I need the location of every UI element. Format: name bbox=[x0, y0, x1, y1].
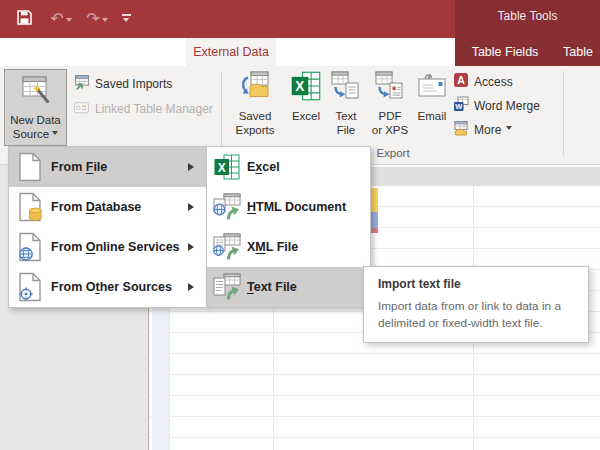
group-separator bbox=[221, 71, 222, 156]
group-separator bbox=[563, 71, 564, 156]
access-export-button[interactable]: A Access bbox=[453, 71, 513, 92]
menu-item-from-online-services[interactable]: From Online Services bbox=[9, 227, 206, 267]
tab-external-data-label: External Data bbox=[193, 45, 269, 59]
from-file-submenu: X Excel HTML Document bbox=[206, 146, 371, 308]
menu-item-from-database[interactable]: From Database bbox=[9, 187, 206, 227]
svg-text:X: X bbox=[295, 79, 305, 94]
tab-database-tools[interactable]: Database Tools bbox=[291, 38, 392, 66]
undo-chevron-icon bbox=[66, 18, 72, 25]
pdf-xps-icon bbox=[374, 70, 406, 106]
submenu-arrow-icon bbox=[188, 203, 198, 211]
email-icon bbox=[416, 70, 448, 106]
saved-imports-button[interactable]: Saved Imports bbox=[73, 73, 172, 94]
tab-table[interactable]: Table bbox=[556, 38, 600, 66]
online-services-page-icon bbox=[9, 232, 51, 262]
email-label: Email bbox=[418, 109, 447, 123]
tab-table-label: Table bbox=[563, 45, 593, 59]
ribbon-tab-row: File Home Create External Data Database … bbox=[0, 38, 600, 66]
word-merge-label: Word Merge bbox=[474, 99, 540, 113]
linked-table-manager-button: Linked Table Manager bbox=[73, 98, 213, 119]
submenu-arrow-icon bbox=[188, 243, 198, 251]
menu-item-from-file[interactable]: From File bbox=[9, 147, 206, 187]
menu-item-from-other-sources[interactable]: From Other Sources bbox=[9, 267, 206, 307]
excel-label: Excel bbox=[292, 109, 320, 123]
new-data-source-menu: From File From Database bbox=[8, 146, 207, 308]
save-button[interactable] bbox=[13, 6, 35, 32]
text-file-export-icon bbox=[330, 70, 362, 106]
submenu-item-xml-file[interactable]: XML File bbox=[207, 227, 370, 267]
tab-create[interactable]: Create bbox=[133, 38, 183, 66]
customize-quick-access-icon bbox=[122, 14, 131, 25]
tab-help[interactable]: Help bbox=[408, 38, 452, 66]
new-data-source-button[interactable]: New Data Source bbox=[4, 69, 67, 146]
linked-table-manager-label: Linked Table Manager bbox=[95, 102, 213, 116]
tab-table-fields[interactable]: Table Fields bbox=[459, 38, 551, 66]
menu-item-label: From Online Services bbox=[51, 240, 180, 254]
new-data-source-label-1: New Data bbox=[10, 114, 61, 126]
redo-button[interactable]: ↷ bbox=[82, 6, 112, 32]
saved-exports-label-2: Exports bbox=[236, 123, 275, 137]
new-data-source-label-2: Source bbox=[13, 128, 49, 140]
chevron-down-icon bbox=[52, 131, 58, 138]
tab-external-data[interactable]: External Data bbox=[186, 38, 276, 66]
access-window: Table Tools ↶ ↷ File Home bbox=[0, 0, 600, 450]
linked-table-manager-icon bbox=[73, 99, 90, 119]
tab-file-label: File bbox=[21, 45, 41, 59]
submenu-item-text-file[interactable]: Text File bbox=[207, 267, 370, 307]
text-file-label-2: File bbox=[335, 123, 356, 137]
save-icon bbox=[16, 9, 33, 30]
excel-icon: X bbox=[207, 153, 247, 181]
export-group-label: Export bbox=[363, 147, 423, 159]
svg-text:W: W bbox=[455, 102, 463, 111]
tooltip-title: Import text file bbox=[378, 277, 574, 291]
undo-button[interactable]: ↶ bbox=[46, 6, 76, 32]
submenu-item-label: XML File bbox=[247, 240, 298, 254]
tooltip: Import text file Import data from or lin… bbox=[363, 266, 589, 343]
submenu-arrow-icon bbox=[188, 283, 198, 291]
text-file-icon bbox=[207, 272, 247, 302]
database-page-icon bbox=[9, 192, 51, 222]
access-label: Access bbox=[474, 75, 513, 89]
access-icon: A bbox=[453, 72, 469, 91]
tab-file[interactable]: File bbox=[12, 38, 50, 66]
word-merge-icon: W bbox=[453, 96, 469, 115]
new-data-source-icon bbox=[20, 74, 52, 110]
customize-quick-access-button[interactable] bbox=[117, 6, 135, 32]
tab-help-label: Help bbox=[417, 45, 443, 59]
excel-icon: X bbox=[290, 70, 322, 106]
more-label: More bbox=[474, 123, 501, 137]
pdf-label-2: or XPS bbox=[372, 123, 408, 137]
text-file-label-1: Text bbox=[335, 109, 356, 123]
more-icon bbox=[453, 120, 469, 139]
tab-table-fields-label: Table Fields bbox=[472, 45, 539, 59]
submenu-item-label: Text File bbox=[247, 280, 297, 294]
menu-item-label: From Other Sources bbox=[51, 280, 172, 294]
xml-file-icon bbox=[207, 232, 247, 262]
other-sources-page-icon bbox=[9, 272, 51, 302]
chevron-down-icon bbox=[506, 126, 512, 133]
submenu-item-label: Excel bbox=[247, 160, 280, 174]
submenu-item-html-document[interactable]: HTML Document bbox=[207, 187, 370, 227]
saved-imports-icon bbox=[73, 74, 90, 94]
word-merge-button[interactable]: W Word Merge bbox=[453, 95, 540, 116]
pdf-label-1: PDF bbox=[372, 109, 408, 123]
submenu-item-excel[interactable]: X Excel bbox=[207, 147, 370, 187]
saved-exports-label-1: Saved bbox=[236, 109, 275, 123]
more-button[interactable]: More bbox=[453, 119, 512, 140]
saved-imports-label: Saved Imports bbox=[95, 77, 172, 91]
menu-item-label: From File bbox=[51, 160, 107, 174]
svg-text:X: X bbox=[218, 161, 226, 175]
tooltip-body: Import data from or link to data in a de… bbox=[378, 298, 574, 332]
redo-icon: ↷ bbox=[86, 6, 99, 32]
tab-database-tools-label: Database Tools bbox=[299, 45, 385, 59]
submenu-arrow-icon bbox=[188, 163, 198, 171]
svg-text:A: A bbox=[457, 74, 465, 86]
saved-exports-icon bbox=[239, 70, 271, 106]
tab-home[interactable]: Home bbox=[70, 38, 118, 66]
menu-item-label: From Database bbox=[51, 200, 141, 214]
html-document-icon bbox=[207, 192, 247, 222]
tab-create-label: Create bbox=[139, 45, 177, 59]
redo-chevron-icon bbox=[102, 18, 108, 25]
title-bar: ↶ ↷ bbox=[0, 0, 600, 38]
submenu-item-label: HTML Document bbox=[247, 200, 346, 214]
